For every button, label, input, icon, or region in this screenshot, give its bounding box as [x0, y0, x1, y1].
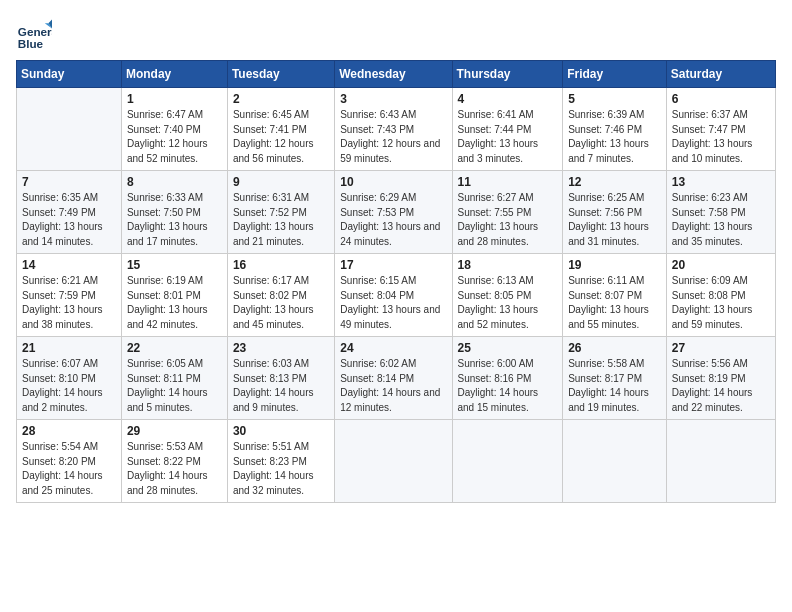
day-info: Sunrise: 6:05 AMSunset: 8:11 PMDaylight:… — [127, 357, 222, 415]
day-number: 20 — [672, 258, 770, 272]
day-info: Sunrise: 6:27 AMSunset: 7:55 PMDaylight:… — [458, 191, 558, 249]
calendar-cell: 21Sunrise: 6:07 AMSunset: 8:10 PMDayligh… — [17, 337, 122, 420]
calendar-week-row: 7Sunrise: 6:35 AMSunset: 7:49 PMDaylight… — [17, 171, 776, 254]
day-number: 24 — [340, 341, 446, 355]
day-number: 21 — [22, 341, 116, 355]
day-info: Sunrise: 6:43 AMSunset: 7:43 PMDaylight:… — [340, 108, 446, 166]
calendar-cell: 14Sunrise: 6:21 AMSunset: 7:59 PMDayligh… — [17, 254, 122, 337]
calendar-week-row: 14Sunrise: 6:21 AMSunset: 7:59 PMDayligh… — [17, 254, 776, 337]
calendar-cell: 20Sunrise: 6:09 AMSunset: 8:08 PMDayligh… — [666, 254, 775, 337]
day-number: 17 — [340, 258, 446, 272]
calendar-cell: 8Sunrise: 6:33 AMSunset: 7:50 PMDaylight… — [121, 171, 227, 254]
day-number: 8 — [127, 175, 222, 189]
calendar-cell: 2Sunrise: 6:45 AMSunset: 7:41 PMDaylight… — [227, 88, 334, 171]
calendar-cell: 17Sunrise: 6:15 AMSunset: 8:04 PMDayligh… — [335, 254, 452, 337]
day-info: Sunrise: 6:23 AMSunset: 7:58 PMDaylight:… — [672, 191, 770, 249]
day-info: Sunrise: 5:54 AMSunset: 8:20 PMDaylight:… — [22, 440, 116, 498]
day-info: Sunrise: 6:07 AMSunset: 8:10 PMDaylight:… — [22, 357, 116, 415]
day-info: Sunrise: 6:31 AMSunset: 7:52 PMDaylight:… — [233, 191, 329, 249]
calendar-cell — [335, 420, 452, 503]
weekday-header: Tuesday — [227, 61, 334, 88]
calendar-cell: 27Sunrise: 5:56 AMSunset: 8:19 PMDayligh… — [666, 337, 775, 420]
day-number: 19 — [568, 258, 661, 272]
calendar-cell: 28Sunrise: 5:54 AMSunset: 8:20 PMDayligh… — [17, 420, 122, 503]
day-number: 5 — [568, 92, 661, 106]
day-info: Sunrise: 6:33 AMSunset: 7:50 PMDaylight:… — [127, 191, 222, 249]
day-info: Sunrise: 5:53 AMSunset: 8:22 PMDaylight:… — [127, 440, 222, 498]
calendar-cell: 3Sunrise: 6:43 AMSunset: 7:43 PMDaylight… — [335, 88, 452, 171]
day-info: Sunrise: 6:09 AMSunset: 8:08 PMDaylight:… — [672, 274, 770, 332]
calendar-cell: 22Sunrise: 6:05 AMSunset: 8:11 PMDayligh… — [121, 337, 227, 420]
day-info: Sunrise: 6:13 AMSunset: 8:05 PMDaylight:… — [458, 274, 558, 332]
calendar-cell: 26Sunrise: 5:58 AMSunset: 8:17 PMDayligh… — [563, 337, 667, 420]
day-info: Sunrise: 6:41 AMSunset: 7:44 PMDaylight:… — [458, 108, 558, 166]
day-number: 7 — [22, 175, 116, 189]
calendar-cell: 13Sunrise: 6:23 AMSunset: 7:58 PMDayligh… — [666, 171, 775, 254]
calendar-cell: 30Sunrise: 5:51 AMSunset: 8:23 PMDayligh… — [227, 420, 334, 503]
day-number: 15 — [127, 258, 222, 272]
day-number: 1 — [127, 92, 222, 106]
day-number: 10 — [340, 175, 446, 189]
calendar-cell — [17, 88, 122, 171]
calendar-cell: 29Sunrise: 5:53 AMSunset: 8:22 PMDayligh… — [121, 420, 227, 503]
calendar-cell: 7Sunrise: 6:35 AMSunset: 7:49 PMDaylight… — [17, 171, 122, 254]
day-info: Sunrise: 6:37 AMSunset: 7:47 PMDaylight:… — [672, 108, 770, 166]
day-info: Sunrise: 6:17 AMSunset: 8:02 PMDaylight:… — [233, 274, 329, 332]
weekday-header: Friday — [563, 61, 667, 88]
page-header: General Blue — [16, 16, 776, 52]
day-number: 3 — [340, 92, 446, 106]
calendar-cell: 1Sunrise: 6:47 AMSunset: 7:40 PMDaylight… — [121, 88, 227, 171]
calendar-week-row: 28Sunrise: 5:54 AMSunset: 8:20 PMDayligh… — [17, 420, 776, 503]
calendar-cell: 23Sunrise: 6:03 AMSunset: 8:13 PMDayligh… — [227, 337, 334, 420]
day-info: Sunrise: 6:15 AMSunset: 8:04 PMDaylight:… — [340, 274, 446, 332]
weekday-header: Thursday — [452, 61, 563, 88]
weekday-header: Monday — [121, 61, 227, 88]
calendar-cell: 5Sunrise: 6:39 AMSunset: 7:46 PMDaylight… — [563, 88, 667, 171]
calendar-cell: 4Sunrise: 6:41 AMSunset: 7:44 PMDaylight… — [452, 88, 563, 171]
calendar-cell: 18Sunrise: 6:13 AMSunset: 8:05 PMDayligh… — [452, 254, 563, 337]
calendar-table: SundayMondayTuesdayWednesdayThursdayFrid… — [16, 60, 776, 503]
logo-icon: General Blue — [16, 16, 52, 52]
calendar-cell — [452, 420, 563, 503]
day-number: 4 — [458, 92, 558, 106]
calendar-cell: 24Sunrise: 6:02 AMSunset: 8:14 PMDayligh… — [335, 337, 452, 420]
day-info: Sunrise: 6:21 AMSunset: 7:59 PMDaylight:… — [22, 274, 116, 332]
day-number: 14 — [22, 258, 116, 272]
calendar-week-row: 1Sunrise: 6:47 AMSunset: 7:40 PMDaylight… — [17, 88, 776, 171]
day-number: 29 — [127, 424, 222, 438]
calendar-cell: 12Sunrise: 6:25 AMSunset: 7:56 PMDayligh… — [563, 171, 667, 254]
day-number: 12 — [568, 175, 661, 189]
day-info: Sunrise: 6:03 AMSunset: 8:13 PMDaylight:… — [233, 357, 329, 415]
day-number: 6 — [672, 92, 770, 106]
calendar-cell — [666, 420, 775, 503]
day-number: 18 — [458, 258, 558, 272]
day-number: 22 — [127, 341, 222, 355]
day-info: Sunrise: 6:00 AMSunset: 8:16 PMDaylight:… — [458, 357, 558, 415]
calendar-cell: 19Sunrise: 6:11 AMSunset: 8:07 PMDayligh… — [563, 254, 667, 337]
calendar-cell: 25Sunrise: 6:00 AMSunset: 8:16 PMDayligh… — [452, 337, 563, 420]
day-number: 27 — [672, 341, 770, 355]
svg-text:Blue: Blue — [18, 37, 44, 50]
calendar-header: SundayMondayTuesdayWednesdayThursdayFrid… — [17, 61, 776, 88]
calendar-cell: 15Sunrise: 6:19 AMSunset: 8:01 PMDayligh… — [121, 254, 227, 337]
day-info: Sunrise: 6:39 AMSunset: 7:46 PMDaylight:… — [568, 108, 661, 166]
day-info: Sunrise: 6:11 AMSunset: 8:07 PMDaylight:… — [568, 274, 661, 332]
header-row: SundayMondayTuesdayWednesdayThursdayFrid… — [17, 61, 776, 88]
day-number: 16 — [233, 258, 329, 272]
weekday-header: Sunday — [17, 61, 122, 88]
day-info: Sunrise: 6:45 AMSunset: 7:41 PMDaylight:… — [233, 108, 329, 166]
day-info: Sunrise: 6:47 AMSunset: 7:40 PMDaylight:… — [127, 108, 222, 166]
day-number: 28 — [22, 424, 116, 438]
calendar-cell: 11Sunrise: 6:27 AMSunset: 7:55 PMDayligh… — [452, 171, 563, 254]
day-info: Sunrise: 6:25 AMSunset: 7:56 PMDaylight:… — [568, 191, 661, 249]
calendar-cell — [563, 420, 667, 503]
day-number: 30 — [233, 424, 329, 438]
day-info: Sunrise: 6:29 AMSunset: 7:53 PMDaylight:… — [340, 191, 446, 249]
day-info: Sunrise: 6:35 AMSunset: 7:49 PMDaylight:… — [22, 191, 116, 249]
day-number: 9 — [233, 175, 329, 189]
calendar-cell: 16Sunrise: 6:17 AMSunset: 8:02 PMDayligh… — [227, 254, 334, 337]
day-info: Sunrise: 6:02 AMSunset: 8:14 PMDaylight:… — [340, 357, 446, 415]
day-number: 23 — [233, 341, 329, 355]
day-number: 26 — [568, 341, 661, 355]
day-number: 2 — [233, 92, 329, 106]
